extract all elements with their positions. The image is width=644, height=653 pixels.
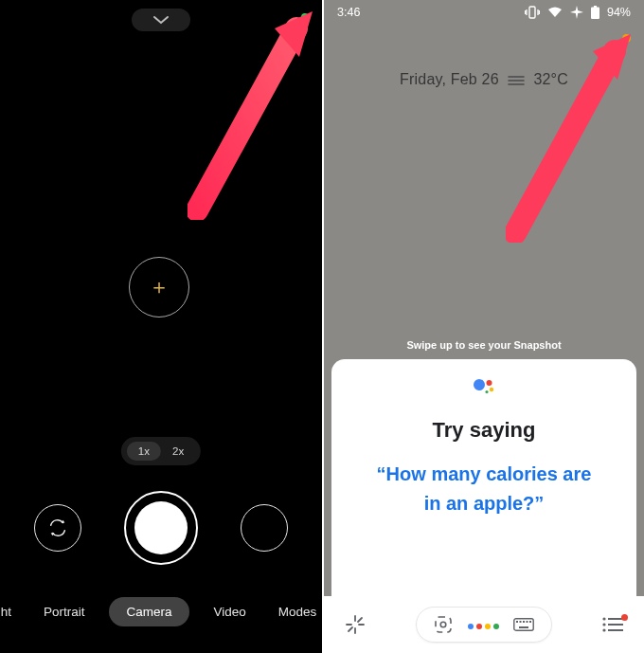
more-icon[interactable] xyxy=(602,617,623,632)
svg-rect-18 xyxy=(519,626,528,628)
svg-point-8 xyxy=(490,388,493,391)
focus-reticle[interactable]: ＋ xyxy=(129,257,189,317)
zoom-1x[interactable]: 1x xyxy=(127,442,161,461)
airplane-icon xyxy=(570,6,583,19)
comparison-stage: ＋ 1x 2x t Sight Portrait Camera Video Mo… xyxy=(0,0,644,653)
svg-rect-22 xyxy=(608,624,623,626)
mode-modes[interactable]: Modes xyxy=(271,597,322,626)
mode-night-sight[interactable]: t Sight xyxy=(0,597,19,626)
svg-rect-15 xyxy=(523,621,525,623)
settings-pill[interactable] xyxy=(132,9,190,31)
svg-point-21 xyxy=(602,623,605,626)
svg-point-7 xyxy=(487,380,492,386)
svg-point-23 xyxy=(602,628,605,631)
svg-rect-13 xyxy=(516,621,518,623)
svg-rect-3 xyxy=(529,7,535,18)
plus-icon: ＋ xyxy=(149,273,170,301)
gallery-thumbnail[interactable] xyxy=(241,504,288,552)
phone-assistant: Friday, Feb 26 32°C 3:46 94% Swipe up to… xyxy=(324,0,644,653)
wifi-icon xyxy=(547,7,563,18)
svg-rect-5 xyxy=(594,6,597,8)
try-saying-heading: Try saying xyxy=(433,418,536,443)
shutter-inner xyxy=(134,501,188,554)
mic-privacy-indicator xyxy=(622,34,631,43)
mode-portrait[interactable]: Portrait xyxy=(36,597,93,626)
svg-rect-24 xyxy=(608,629,623,631)
svg-point-6 xyxy=(474,379,485,390)
phone-camera: ＋ 1x 2x t Sight Portrait Camera Video Mo… xyxy=(0,0,322,653)
snapshot-hint: Swipe up to see your Snapshot xyxy=(324,339,644,351)
shutter-button[interactable] xyxy=(124,491,198,565)
annotation-arrow-left xyxy=(188,11,320,220)
mode-strip[interactable]: t Sight Portrait Camera Video Modes xyxy=(0,592,322,630)
mode-video[interactable]: Video xyxy=(206,597,254,626)
camera-privacy-indicator xyxy=(301,13,309,21)
google-dots-icon xyxy=(466,616,500,633)
suggested-phrase[interactable]: “How many calories are in an apple?” xyxy=(349,460,619,518)
svg-point-9 xyxy=(485,390,488,393)
camera-controls xyxy=(0,483,322,569)
switch-camera-button[interactable] xyxy=(34,504,81,552)
assistant-input-pill[interactable] xyxy=(416,607,552,643)
svg-rect-12 xyxy=(514,619,533,630)
keyboard-icon xyxy=(513,618,534,631)
mode-camera[interactable]: Camera xyxy=(109,597,188,626)
notification-dot xyxy=(621,614,628,621)
assistant-bottom-bar xyxy=(324,596,644,653)
battery-text: 94% xyxy=(607,6,631,19)
svg-rect-10 xyxy=(436,617,451,632)
vibrate-icon xyxy=(525,6,540,19)
status-bar: 3:46 94% xyxy=(324,0,644,25)
zoom-2x[interactable]: 2x xyxy=(161,442,195,461)
svg-point-19 xyxy=(602,617,605,620)
battery-icon xyxy=(591,6,599,19)
svg-rect-17 xyxy=(529,621,531,623)
svg-rect-16 xyxy=(527,621,528,623)
status-time: 3:46 xyxy=(337,6,360,19)
zoom-switch[interactable]: 1x 2x xyxy=(121,437,201,465)
lens-icon xyxy=(434,615,453,634)
svg-rect-14 xyxy=(520,621,522,623)
svg-rect-4 xyxy=(591,8,599,20)
assistant-sheet[interactable]: Try saying “How many calories are in an … xyxy=(331,359,636,604)
svg-point-11 xyxy=(440,622,446,627)
assistant-logo-icon xyxy=(473,376,495,397)
flip-camera-icon xyxy=(47,517,68,538)
status-icons: 94% xyxy=(525,6,631,19)
explore-icon[interactable] xyxy=(345,614,366,635)
chevron-down-icon xyxy=(152,15,170,25)
